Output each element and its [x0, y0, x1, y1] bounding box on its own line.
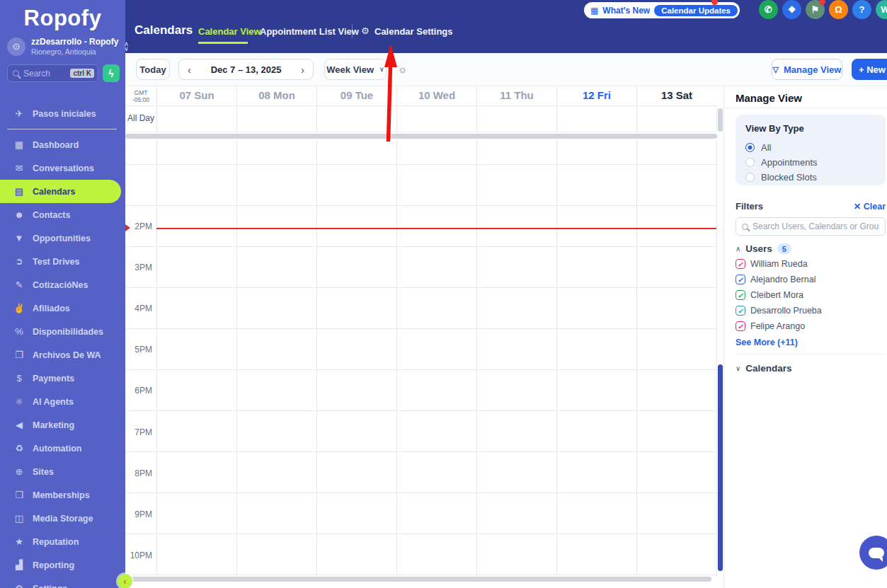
tab-calendar-view[interactable]: Calendar View — [198, 26, 261, 37]
today-button[interactable]: Today — [136, 59, 170, 80]
radio-appointments[interactable]: Appointments — [745, 155, 876, 170]
radio-all[interactable]: All — [745, 140, 876, 155]
sidebar-nav: ✈ Pasos iniciales ▦ Dashboard ✉ Conversa… — [0, 102, 125, 588]
sidebar-item-label: Contacts — [33, 210, 70, 220]
filters-label: Filters — [736, 201, 763, 212]
rocket-icon: ✈ — [11, 108, 27, 119]
sidebar-item-pasos-iniciales[interactable]: ✈ Pasos iniciales — [0, 102, 125, 125]
sidebar-item-conversations[interactable]: ✉ Conversations — [0, 156, 125, 180]
account-switcher[interactable]: ⊙ zzDesarrollo - Ropofy Rionegro, Antioq… — [0, 31, 125, 56]
day-header-sat[interactable]: 13 Sat — [636, 86, 716, 105]
time-label: 6PM — [125, 386, 152, 396]
clear-filters-link[interactable]: ✕ Clear — [854, 201, 886, 212]
sidebar-search-input[interactable]: Search ctrl K — [7, 64, 98, 82]
quick-actions-button[interactable]: ϟ — [103, 64, 120, 82]
tags-icon: % — [11, 326, 27, 337]
manage-view-button[interactable]: ▽ Manage View — [772, 59, 842, 80]
tab-appointment-list-view[interactable]: Appointment List View — [260, 26, 359, 37]
day-header-sun[interactable]: 07 Sun — [156, 86, 236, 105]
megaphone-icon: ⚑ — [811, 4, 820, 15]
sidebar-item-settings[interactable]: ⚙ Settings — [0, 577, 125, 588]
user-filter-cleibert-mora[interactable]: ✓ Cleibert Mora — [736, 290, 803, 300]
phone-button[interactable]: ✆ — [759, 0, 778, 19]
account-name: zzDesarrollo - Ropofy — [31, 37, 118, 47]
users-count-badge: 5 — [777, 243, 791, 254]
user-filter-william-rueda[interactable]: ✓ William Rueda — [736, 259, 808, 269]
sidebar-item-disponibilidades[interactable]: % Disponibilidades — [0, 320, 125, 343]
page-title: Calendars — [135, 23, 193, 38]
see-more-link[interactable]: See More (+11) — [736, 338, 798, 347]
sidebar-item-media-storage[interactable]: ◫ Media Storage — [0, 507, 125, 530]
sidebar-item-label: Automation — [33, 444, 81, 454]
help-button[interactable]: ? — [852, 0, 871, 19]
chat-icon: ✉ — [11, 163, 27, 173]
sidebar-item-reporting[interactable]: ▟ Reporting — [0, 553, 125, 577]
funnel-icon: ▼ — [11, 233, 27, 243]
calendar-grid[interactable]: 2PM 3PM 4PM 5PM 6PM 7PM 8PM 9PM 10PM 11P… — [125, 139, 717, 576]
sidebar-item-contacts[interactable]: ☻ Contacts — [0, 203, 125, 226]
sparkles-button[interactable]: ❖ — [782, 0, 801, 19]
view-mode-dropdown[interactable]: Week View ∨ — [324, 59, 387, 80]
divider — [736, 354, 886, 354]
phone-icon: ✆ — [765, 4, 772, 15]
car-icon: ➲ — [11, 256, 27, 267]
notifications-button[interactable]: Ω — [829, 0, 848, 19]
sidebar-item-label: Settings — [33, 584, 67, 588]
user-avatar[interactable]: W — [876, 0, 887, 19]
chart-icon: ▟ — [11, 560, 27, 570]
day-header-thu[interactable]: 11 Thu — [476, 86, 556, 105]
dashboard-icon: ▦ — [11, 139, 27, 150]
chevron-down-icon: ∨ — [736, 364, 740, 372]
user-filter-felipe-arango[interactable]: ✓ Felipe Arango — [736, 321, 805, 331]
scrollbar-thumb[interactable] — [718, 108, 723, 132]
day-header-fri-today[interactable]: 12 Fri — [556, 86, 636, 105]
new-appointment-button[interactable]: + New — [852, 59, 887, 80]
next-week-button[interactable]: › — [301, 64, 304, 76]
sidebar-item-reputation[interactable]: ★ Reputation — [0, 530, 125, 553]
all-day-row[interactable]: All Day — [125, 106, 717, 132]
day-header-mon[interactable]: 08 Mon — [236, 86, 316, 105]
sidebar-item-cotizaciones[interactable]: ✎ CotizacióNes — [0, 273, 125, 296]
scrollbar-thumb[interactable] — [718, 364, 723, 571]
sidebar-item-automation[interactable]: ♻ Automation — [0, 437, 125, 460]
user-filter-alejandro-bernal[interactable]: ✓ Alejandro Bernal — [736, 275, 816, 284]
whats-new-label: What's New — [602, 6, 650, 16]
sidebar-item-sites[interactable]: ⊕ Sites — [0, 460, 125, 483]
sidebar-item-marketing[interactable]: ◀ Marketing — [0, 413, 125, 437]
day-header-tue[interactable]: 09 Tue — [316, 86, 396, 105]
robot-icon: ⚛ — [11, 396, 27, 407]
users-section-toggle[interactable]: ∧ Users 5 — [736, 243, 791, 254]
calendar-updates-badge[interactable]: Calendar Updates — [654, 5, 738, 16]
sidebar-item-payments[interactable]: $ Payments — [0, 367, 125, 390]
prev-week-button[interactable]: ‹ — [188, 64, 191, 76]
chat-bubble-icon — [869, 548, 884, 558]
sidebar-item-opportunities[interactable]: ▼ Opportunities — [0, 226, 125, 250]
scrollbar-thumb[interactable] — [125, 577, 711, 582]
sidebar-collapse-button[interactable]: ‹ — [118, 574, 132, 588]
radio-blocked-slots[interactable]: Blocked Slots — [745, 170, 876, 185]
sidebar-item-dashboard[interactable]: ▦ Dashboard — [0, 133, 125, 156]
check-glyph: ✓ — [738, 260, 743, 268]
scrollbar-thumb[interactable] — [125, 134, 717, 139]
announcements-button[interactable]: ⚑ — [806, 0, 825, 19]
date-range-label: Dec 7 – 13, 2025 — [211, 64, 282, 75]
sidebar-item-test-drives[interactable]: ➲ Test Drives — [0, 250, 125, 273]
panel-search-input[interactable] — [752, 221, 879, 231]
sidebar-item-afiliados[interactable]: ✌ Afiliados — [0, 296, 125, 320]
sidebar-item-ai-agents[interactable]: ⚛ AI Agents — [0, 390, 125, 413]
sidebar-item-calendars[interactable]: ▤ Calendars — [0, 180, 121, 203]
question-icon: ? — [859, 4, 865, 15]
calendars-section-toggle[interactable]: ∨ Calendars — [736, 363, 792, 374]
account-chevron-icon[interactable]: ∧∨ — [124, 42, 129, 52]
sidebar-item-archivos-de-wa[interactable]: ❐ Archivos De WA — [0, 343, 125, 367]
lightbulb-icon[interactable]: ☼ — [398, 63, 408, 75]
sidebar-item-label: Sites — [33, 467, 54, 477]
globe-icon: ⊕ — [11, 466, 27, 477]
sidebar-item-memberships[interactable]: ❒ Memberships — [0, 483, 125, 507]
time-label: 3PM — [125, 263, 152, 272]
users-icon: ✌ — [11, 303, 27, 313]
day-header-wed[interactable]: 10 Wed — [396, 86, 476, 105]
tab-calendar-settings[interactable]: Calendar Settings — [374, 26, 453, 37]
whats-new-pill[interactable]: ▦ What's New Calendar Updates — [584, 2, 740, 18]
user-filter-desarrollo-prueba[interactable]: ✓ Desarrollo Prueba — [736, 306, 822, 316]
